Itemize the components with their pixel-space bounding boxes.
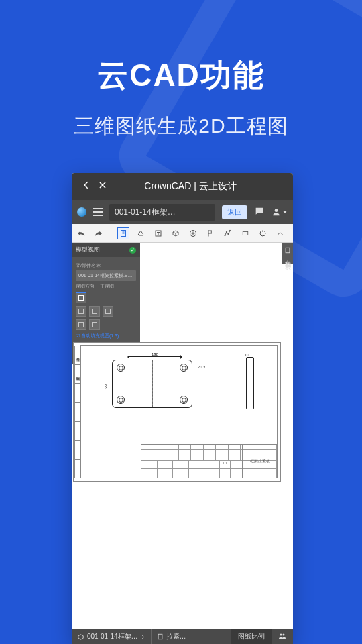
svg-point-6: [228, 233, 229, 235]
confirm-icon[interactable]: ✓: [129, 247, 136, 254]
scale-display[interactable]: 图纸比例: [231, 629, 272, 644]
front-view: 138 88 Ø13: [108, 353, 198, 413]
drawing-frame: 零件代号图表清单更改 138 88 Ø13: [80, 345, 278, 478]
breadcrumb-2[interactable]: 拉紧…: [152, 629, 192, 644]
menu-icon[interactable]: [93, 208, 103, 216]
return-button[interactable]: 返回: [222, 205, 247, 219]
tool-circle[interactable]: [257, 228, 268, 239]
panel-section2-label: 视图方向: [76, 283, 95, 290]
svg-rect-10: [286, 248, 290, 253]
svg-point-13: [283, 634, 285, 636]
dimension-width: 138: [128, 352, 182, 356]
side-view: 10: [242, 357, 258, 409]
panel-title: 模型视图: [76, 246, 100, 254]
svg-point-7: [229, 230, 231, 231]
back-button[interactable]: [78, 180, 95, 193]
view-option-front[interactable]: [76, 292, 86, 303]
title-block: 1:1 框架拉紧板: [141, 444, 277, 478]
tool-add[interactable]: [188, 228, 198, 239]
panel-section2-sub: 主视图: [100, 283, 114, 290]
tool-row: [72, 224, 293, 243]
tool-flag[interactable]: [205, 228, 216, 239]
undo-button[interactable]: [76, 228, 86, 239]
svg-point-5: [226, 231, 227, 233]
tool-cube[interactable]: [170, 228, 181, 239]
collaborators-icon[interactable]: [272, 632, 293, 641]
svg-point-12: [280, 634, 282, 636]
tool-sheet[interactable]: [118, 228, 129, 239]
titleblock-name: 框架拉紧板: [242, 445, 277, 478]
auto-fill-checkbox[interactable]: ☑ 自动填充视图(1:3): [76, 333, 136, 339]
svg-rect-11: [158, 634, 162, 639]
panel-header: 模型视图 ✓: [72, 243, 140, 257]
view-option-2[interactable]: [76, 306, 86, 317]
sheet-side-strip: 零件代号图表清单更改: [74, 346, 81, 478]
redo-button[interactable]: [93, 228, 104, 239]
app-logo-icon: [77, 207, 86, 217]
dia-callout: Ø13: [198, 365, 205, 369]
app-title: CrownCAD | 云上设计: [111, 180, 270, 193]
breadcrumb-1[interactable]: 001-01-14框架…: [72, 629, 152, 644]
work-area: 模型视图 ✓ 零/部件名称 001-01-14框架拉紧板.SLDPRT 视图方向…: [72, 243, 293, 629]
close-button[interactable]: [95, 180, 111, 193]
doc-list-side-tab[interactable]: 文档列表: [282, 243, 293, 264]
comments-icon[interactable]: [254, 206, 265, 219]
primary-toolbar: 001-01-14框架… 返回: [72, 200, 293, 224]
view-option-5[interactable]: [76, 319, 86, 330]
tool-dimension[interactable]: [135, 228, 146, 239]
svg-point-4: [225, 235, 226, 236]
svg-rect-8: [243, 231, 248, 235]
panel-section1-label: 零/部件名称: [76, 262, 136, 269]
tool-text[interactable]: [153, 228, 164, 239]
svg-point-0: [275, 209, 278, 212]
status-bar: 001-01-14框架… 拉紧… 图纸比例: [72, 629, 293, 644]
view-option-3[interactable]: [89, 306, 100, 317]
dimension-height: 88: [101, 373, 108, 400]
nav-bar: CrownCAD | 云上设计: [72, 173, 293, 200]
user-menu[interactable]: [272, 207, 288, 217]
document-name[interactable]: 001-01-14框架…: [109, 204, 215, 221]
side-tab-label: 文档列表: [284, 255, 292, 260]
tool-polyline[interactable]: [223, 228, 233, 239]
tool-arc[interactable]: [275, 228, 286, 239]
app-screenshot-frame: CrownCAD | 云上设计 001-01-14框架… 返回: [72, 173, 293, 644]
tool-rect[interactable]: [240, 228, 251, 239]
view-option-6[interactable]: [89, 319, 100, 330]
view-option-4[interactable]: [103, 306, 113, 317]
part-name-chip[interactable]: 001-01-14框架拉紧板.SLDPRT: [76, 270, 136, 281]
drawing-sheet[interactable]: 零件代号图表清单更改 138 88 Ø13: [73, 342, 281, 482]
